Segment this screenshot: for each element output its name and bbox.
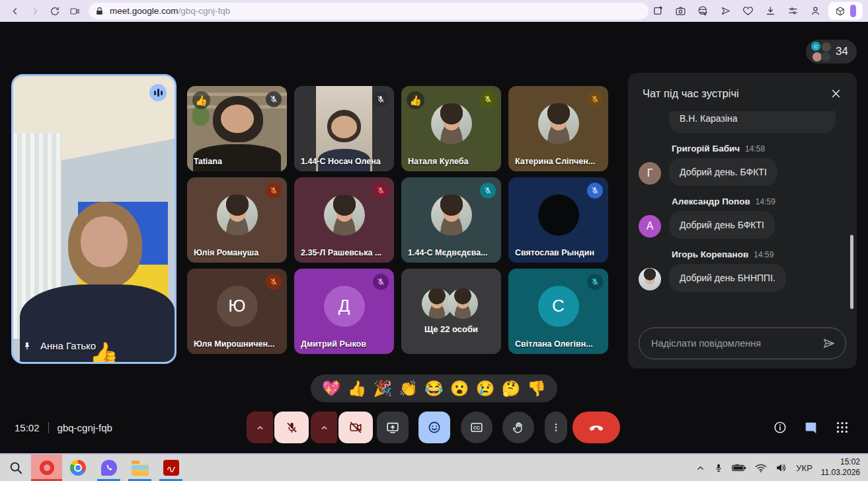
info-icon <box>773 420 787 435</box>
address-bar[interactable]: meet.google.com/gbq-cgnj-fqb <box>89 3 649 19</box>
hidden-icons-chevron[interactable] <box>695 463 705 473</box>
svg-text:CC: CC <box>473 425 480 430</box>
taskbar-opera-button[interactable] <box>31 455 62 481</box>
control-bar: 15:02 gbq-cgnj-fqb <box>0 412 868 443</box>
reload-icon[interactable] <box>45 3 65 20</box>
mic-button-group <box>247 412 309 443</box>
language-indicator[interactable]: УКР <box>796 463 812 473</box>
wifi-icon[interactable] <box>755 463 767 473</box>
participant-tile[interactable]: 👍Tatiana <box>187 86 287 171</box>
activities-button[interactable] <box>832 412 852 443</box>
clock-date[interactable]: 15:02 11.03.2026 <box>821 457 860 478</box>
taskbar-viber-button[interactable] <box>93 455 124 481</box>
extension-panel[interactable] <box>828 2 863 20</box>
participant-tile[interactable]: Юлія Романуша <box>187 177 287 263</box>
raise-hand-button[interactable] <box>502 412 534 443</box>
downloads-icon[interactable] <box>761 3 779 20</box>
participant-tile[interactable]: ССвітлана Олегівн... <box>508 269 608 354</box>
reaction-emoji[interactable]: 🤔 <box>501 381 520 396</box>
reactions-button[interactable] <box>418 412 450 443</box>
reaction-emoji[interactable]: 👎 <box>527 381 546 396</box>
participant-tile[interactable]: Святослав Рындин <box>508 177 608 263</box>
reaction-emoji[interactable]: 😢 <box>476 381 495 396</box>
participant-tile[interactable]: ЮЮля Мирошничен... <box>187 269 287 354</box>
avatar: А <box>639 215 661 238</box>
participant-tile[interactable]: 👍Наталя Кулеба <box>401 86 501 171</box>
lock-icon <box>95 7 104 16</box>
smiley-icon <box>427 420 442 435</box>
volume-icon[interactable] <box>775 462 787 473</box>
present-icon <box>385 420 400 435</box>
avatar: С <box>538 286 579 327</box>
video-decor <box>331 116 357 138</box>
participant-name: Дмитрий Рыков <box>301 339 389 349</box>
video-decor <box>221 105 254 133</box>
settings-sliders-icon[interactable] <box>783 3 802 20</box>
chat-message-author: Александр Попов14:59 <box>672 197 848 206</box>
chat-toggle-button[interactable] <box>801 412 821 443</box>
close-icon[interactable] <box>828 85 844 101</box>
camera-options-chevron[interactable] <box>311 412 337 443</box>
taskbar-acrobat-button[interactable] <box>155 455 186 481</box>
mic-off-icon <box>266 274 282 290</box>
acrobat-icon <box>163 460 179 476</box>
share-flow-icon[interactable] <box>716 3 734 20</box>
more-options-button[interactable] <box>545 412 567 443</box>
reaction-emoji[interactable]: 😮 <box>450 381 469 396</box>
camera-icon[interactable] <box>671 3 690 20</box>
snapshot-edit-icon[interactable] <box>649 3 667 20</box>
mic-off-icon <box>373 183 389 198</box>
reaction-emoji[interactable]: 🎉 <box>374 381 393 396</box>
back-icon[interactable] <box>5 3 25 20</box>
participant-count-badge[interactable]: C 34 <box>806 40 857 64</box>
participant-tile[interactable]: Катерина Сліпчен... <box>508 86 608 171</box>
thumbs-up-reaction: 👍 <box>407 91 424 109</box>
file-explorer-icon <box>132 463 149 476</box>
mic-off-button[interactable] <box>274 412 309 443</box>
meet-stage: C 34 Анна Гатько 👍 👍Tatiana1.44-С Носач … <box>0 22 868 453</box>
tab-media-icon[interactable] <box>65 3 85 20</box>
meeting-clock: 15:02 <box>15 422 40 433</box>
meeting-details-button[interactable] <box>770 412 790 443</box>
main-speaker-tile[interactable]: Анна Гатько 👍 <box>11 74 177 364</box>
send-icon[interactable] <box>822 336 836 351</box>
speaker-face <box>81 216 128 268</box>
taskbar-explorer-button[interactable] <box>124 455 155 481</box>
profile-icon[interactable] <box>806 3 824 20</box>
opera-icon <box>40 460 54 475</box>
forward-icon[interactable] <box>25 3 45 20</box>
participant-tile[interactable]: Ще 22 особи <box>401 269 501 354</box>
participant-tile[interactable]: 2.35-Л Рашевська ... <box>294 177 394 263</box>
url-host: meet.google.com <box>110 6 178 16</box>
chat-panel: Чат під час зустрічі національного уніве… <box>628 73 857 369</box>
participant-name: Юля Мирошничен... <box>194 339 282 349</box>
chat-scrollbar[interactable] <box>850 235 853 309</box>
chat-message: національного університету імені В.Н. Ка… <box>639 111 848 133</box>
chat-input[interactable]: Надіслати повідомлення <box>639 328 846 359</box>
present-button[interactable] <box>377 412 409 443</box>
reaction-emoji[interactable]: 💖 <box>322 381 341 396</box>
translate-icon[interactable] <box>693 3 712 20</box>
reaction-emoji[interactable]: 👍 <box>348 381 367 396</box>
mic-options-chevron[interactable] <box>247 412 273 443</box>
avatar <box>431 195 472 236</box>
end-call-button[interactable] <box>572 412 620 443</box>
reaction-emoji[interactable]: 👏 <box>399 381 418 396</box>
favorites-heart-icon[interactable] <box>738 3 757 20</box>
tray-mic-icon[interactable] <box>714 462 723 473</box>
taskbar-search-button[interactable] <box>0 455 31 481</box>
participant-tile[interactable]: 1.44-С Мєдвєдєва... <box>401 177 501 263</box>
chat-message-bubble: Добрий день БФКТІ <box>669 211 775 239</box>
chat-message-time: 14:59 <box>754 250 773 259</box>
participant-tile[interactable]: ДДмитрий Рыков <box>294 269 394 354</box>
url-path: /gbq-cgnj-fqb <box>178 6 231 16</box>
reaction-emoji[interactable]: 😂 <box>424 381 444 396</box>
captions-button[interactable]: CC <box>461 412 493 443</box>
chat-bubble-icon <box>804 420 818 435</box>
taskbar-chrome-button[interactable] <box>62 455 93 481</box>
battery-icon[interactable] <box>732 463 746 472</box>
camera-off-button[interactable] <box>338 412 373 443</box>
participant-tile[interactable]: 1.44-С Носач Олена <box>294 86 394 171</box>
avatar <box>448 288 478 319</box>
chat-messages[interactable]: національного університету імені В.Н. Ка… <box>639 111 848 317</box>
